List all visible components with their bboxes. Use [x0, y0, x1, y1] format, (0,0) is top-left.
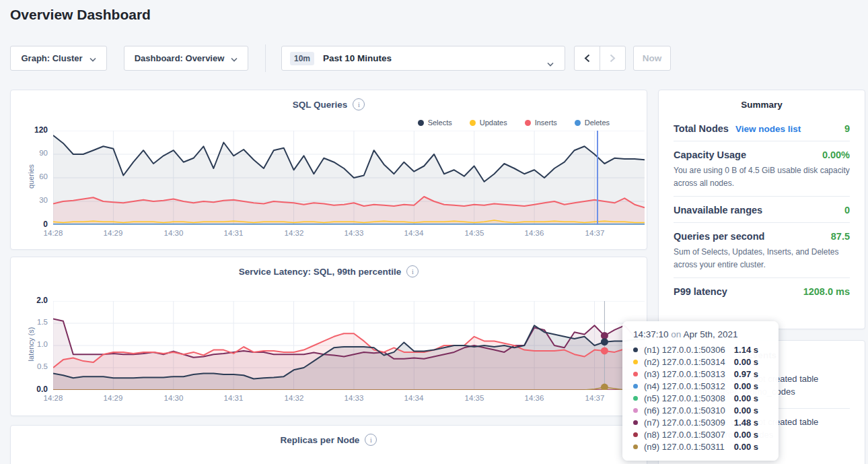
range-badge: 10m	[290, 52, 314, 65]
chevron-down-icon	[89, 53, 96, 65]
x-tick-label: 14:31	[217, 394, 250, 402]
series-dot-icon	[633, 372, 638, 376]
tooltip-node-value: 0.00 s	[734, 430, 779, 440]
latency-plot-region: 0.00.51.01.52.014:2814:2914:3014:3114:32…	[11, 257, 647, 416]
chevron-down-icon	[547, 57, 554, 69]
next-range-button[interactable]	[600, 46, 625, 70]
tooltip-node-label: (n5) 127.0.0.1:50308	[644, 393, 725, 403]
time-nav-group	[574, 46, 626, 71]
x-tick-label: 14:33	[338, 229, 370, 237]
summary-row: Unavailable ranges0	[674, 197, 850, 222]
summary-items: Total NodesView nodes list9Capacity Usag…	[659, 115, 865, 304]
series-dot-icon	[633, 384, 638, 389]
summary-row-value: 0.00%	[822, 150, 850, 160]
hover-point-n3-127-0-0-1-50313	[601, 347, 608, 354]
tooltip-node-value: 0.00 s	[734, 393, 779, 403]
tooltip-node-value: 0.00 s	[734, 357, 779, 367]
y-tick-label: 120	[11, 125, 48, 135]
view-nodes-link[interactable]: View nodes list	[735, 124, 801, 134]
tooltip-row: (n7) 127.0.0.1:503091.48 s	[633, 416, 779, 428]
x-tick-label: 14:28	[37, 229, 69, 237]
tooltip-node-value: 0.00 s	[734, 381, 779, 391]
tooltip-node-label: (n7) 127.0.0.1:50309	[644, 418, 725, 428]
x-tick-label: 14:29	[97, 229, 129, 237]
summary-row: Capacity Usage0.00%	[674, 141, 850, 167]
summary-row-title: Unavailable ranges	[674, 205, 762, 216]
y-tick-label: 0.0	[11, 385, 48, 394]
x-tick-label: 14:31	[217, 229, 250, 237]
x-tick-label: 14:29	[97, 394, 129, 402]
series-dot-icon	[633, 432, 638, 437]
hover-point-n1-127-0-0-1-50306	[601, 338, 608, 345]
plot-area[interactable]	[53, 131, 645, 225]
y-tick-label: 90	[11, 149, 48, 157]
series-dot-icon	[633, 420, 638, 425]
summary-row-value: 0	[844, 205, 850, 216]
graph-dropdown[interactable]: Graph: Cluster	[10, 46, 107, 71]
chevron-down-icon	[231, 53, 238, 65]
y-tick-label: 30	[11, 196, 48, 204]
series-dot-icon	[633, 396, 638, 401]
series-dot-icon	[633, 444, 638, 449]
summary-heading: Summary	[659, 90, 865, 115]
tooltip-row: (n1) 127.0.0.1:503061.14 s	[633, 343, 779, 356]
tooltip-node-label: (n8) 127.0.0.1:50307	[644, 430, 725, 440]
series-dot-icon	[633, 360, 638, 364]
x-tick-label: 14:37	[579, 394, 611, 402]
x-tick-label: 14:35	[458, 229, 491, 237]
tooltip-row: (n4) 127.0.0.1:503120.00 s	[633, 380, 779, 392]
tooltip-rows: (n1) 127.0.0.1:503061.14 s(n2) 127.0.0.1…	[633, 343, 779, 453]
summary-panel: Summary Total NodesView nodes list9Capac…	[658, 90, 865, 329]
summary-row: P99 latency1208.0 ms	[674, 278, 850, 304]
x-tick-label: 14:32	[278, 229, 310, 237]
replicas-chart-card: Replicas per Node i	[10, 425, 647, 464]
divider	[265, 44, 266, 72]
sql-plot-region: 030609012014:2814:2914:3014:3114:3214:33…	[11, 90, 647, 249]
series-dot-icon	[633, 408, 638, 413]
series-dot-icon	[633, 347, 638, 352]
y-tick-label: 0	[11, 220, 48, 229]
dashboard-dropdown[interactable]: Dashboard: Overview	[124, 46, 248, 71]
x-tick-label: 14:34	[398, 229, 430, 237]
info-icon[interactable]: i	[365, 434, 377, 446]
tooltip-node-label: (n4) 127.0.0.1:50312	[644, 381, 725, 391]
chart-title: Replicas per Node	[281, 435, 360, 445]
tooltip-on: on	[671, 329, 681, 339]
sql-queries-chart-card: SQL Queries i SelectsUpdatesInsertsDelet…	[10, 90, 647, 250]
latency-chart-card: Service Latency: SQL, 99th percentile i …	[10, 257, 647, 416]
y-tick-label: 1.5	[11, 318, 48, 326]
plot-area[interactable]	[53, 301, 645, 390]
summary-row-title: Total Nodes	[674, 123, 729, 134]
hover-tooltip: 14:37:10 on Apr 5th, 2021 (n1) 127.0.0.1…	[622, 321, 779, 461]
y-tick-label: 0.5	[11, 362, 48, 370]
page-title: Overview Dashboard	[10, 7, 151, 23]
tooltip-row: (n3) 127.0.0.1:503130.97 s	[633, 368, 779, 380]
time-range-dropdown[interactable]: 10m Past 10 Minutes	[281, 46, 565, 71]
summary-row-title: P99 latency	[674, 286, 727, 297]
x-tick-label: 14:32	[278, 394, 310, 402]
tooltip-node-value: 1.14 s	[734, 345, 779, 355]
x-tick-label: 14:30	[157, 394, 190, 402]
x-tick-label: 14:36	[518, 229, 550, 237]
summary-row-value: 87.5	[831, 231, 850, 242]
tooltip-row: (n2) 127.0.0.1:503140.00 s	[633, 356, 779, 368]
x-tick-label: 14:37	[579, 229, 611, 237]
summary-row: Queries per second87.5	[674, 223, 850, 248]
tooltip-node-label: (n3) 127.0.0.1:50313	[644, 369, 725, 379]
x-tick-label: 14:35	[458, 394, 491, 402]
summary-row-value: 1208.0 ms	[803, 286, 850, 297]
y-tick-label: 1.0	[11, 340, 48, 348]
tooltip-date: Apr 5th, 2021	[683, 329, 737, 339]
summary-row-description: You are using 0 B of 4.5 GiB usable disk…	[674, 164, 850, 189]
tooltip-node-value: 1.48 s	[734, 418, 779, 428]
tooltip-node-value: 0.97 s	[734, 369, 779, 379]
tooltip-node-label: (n9) 127.0.0.1:50311	[644, 442, 725, 452]
tooltip-node-label: (n6) 127.0.0.1:50310	[644, 405, 725, 416]
tooltip-row: (n9) 127.0.0.1:503110.00 s	[633, 440, 779, 453]
x-tick-label: 14:34	[398, 394, 430, 402]
now-button[interactable]: Now	[633, 46, 671, 71]
tooltip-row: (n5) 127.0.0.1:503080.00 s	[633, 392, 779, 404]
tooltip-row: (n8) 127.0.0.1:503070.00 s	[633, 428, 779, 440]
prev-range-button[interactable]	[575, 46, 600, 70]
summary-row-title: Capacity Usage	[674, 150, 746, 160]
